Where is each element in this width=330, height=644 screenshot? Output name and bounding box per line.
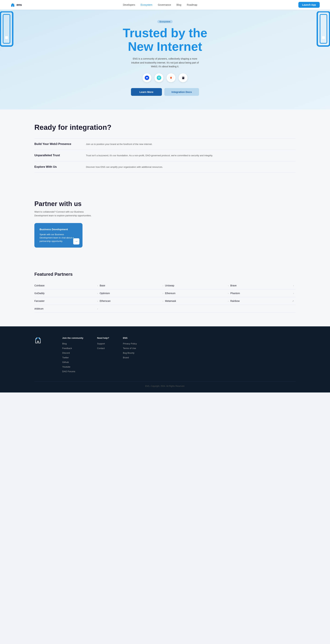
partner-phantom[interactable]: Phantom› [230, 290, 296, 297]
integration-section: Ready for integration? Build Your Web3 P… [0, 110, 330, 186]
footer-col-ens-links: Privacy Policy Terms of Use Bug Bounty B… [123, 342, 137, 359]
svg-rect-0 [0, 12, 13, 46]
partner-farcaster[interactable]: Farcaster› [34, 297, 100, 305]
integration-desc-2: Trust isn't a buzzword, it's our foundat… [86, 154, 213, 158]
footer-bottom: ENS, Copyright, 2024. All Rights Reserve… [34, 381, 296, 387]
svg-rect-5 [322, 36, 325, 39]
partner-base[interactable]: Base› [100, 282, 165, 290]
integration-rows: Build Your Web3 Presence Join us to posi… [34, 138, 296, 173]
nav-links: Developers Ecosystem Governance Blog Roa… [123, 3, 197, 6]
integration-docs-button[interactable]: Integration Docs [164, 88, 199, 96]
coinbase-icon [143, 73, 151, 82]
svg-rect-13 [183, 77, 184, 78]
integration-row-3: Explore With Us Discover how ENS can amp… [34, 161, 296, 173]
hero-buttons: Learn More Integration Docs [4, 88, 326, 96]
footer-logo [34, 337, 42, 374]
nav-governance[interactable]: Governance [158, 4, 171, 6]
footer-link-feedback[interactable]: Feedback [62, 347, 72, 350]
hero-subtitle: ENS is a community of pioneers, collecti… [131, 57, 199, 68]
footer-col-ens-heading: ENS [123, 337, 137, 339]
partner-etherscan[interactable]: Etherscan› [100, 297, 165, 305]
nav-blog[interactable]: Blog [177, 4, 181, 6]
svg-point-9 [159, 78, 160, 79]
footer-link-discord[interactable]: Discord [62, 352, 70, 354]
partner-section: Partner with us Want to collaborate? Con… [0, 186, 330, 261]
footer-col-community-heading: Join the community [62, 337, 83, 339]
partner-empty-1 [100, 305, 165, 313]
biz-dev-title: Business Development [40, 228, 77, 231]
partner-ethereum[interactable]: Ethereum› [165, 290, 230, 297]
hero-deco-right [314, 11, 330, 66]
hero-partner-icons [4, 73, 326, 82]
biz-dev-desc: Speak with our Business Development team… [40, 233, 77, 243]
svg-rect-7 [146, 77, 148, 78]
hero-section: Ecosystem Trusted by the New Internet EN… [0, 10, 330, 110]
partner-godaddy[interactable]: GoDaddy› [34, 290, 100, 297]
integration-title-1: Build Your Web3 Presence [34, 142, 79, 146]
featured-section: Featured Partners Coinbase› Base› Uniswa… [0, 261, 330, 326]
featured-heading: Featured Partners [34, 272, 296, 277]
footer-link-privacy[interactable]: Privacy Policy [123, 342, 137, 345]
footer-link-dao[interactable]: DAO Forums [62, 370, 75, 373]
integration-desc-3: Discover how ENS can amplify your organi… [86, 165, 163, 169]
footer-link-support[interactable]: Support [97, 342, 105, 345]
svg-rect-2 [5, 36, 8, 39]
partner-optimism[interactable]: Optimism› [100, 290, 165, 297]
footer-link-twitter[interactable]: Twitter [62, 356, 69, 359]
integration-heading: Ready for integration? [34, 123, 296, 132]
biz-dev-card[interactable]: Business Development Speak with our Busi… [34, 223, 83, 248]
integration-desc-1: Join us to position your brand at the fo… [86, 142, 152, 146]
launch-app-button[interactable]: Launch App [298, 2, 320, 8]
nav-developers[interactable]: Developers [123, 4, 135, 6]
partner-coinbase[interactable]: Coinbase› [34, 282, 100, 290]
partner-empty-3 [230, 305, 296, 313]
partners-grid: Coinbase› Base› Uniswap› Brave› GoDaddy›… [34, 282, 296, 313]
logo[interactable]: ens [10, 2, 22, 7]
copyright-text: ENS, Copyright, 2024. All Rights Reserve… [145, 385, 185, 387]
footer-col-community: Join the community Blog Feedback Discord… [62, 337, 83, 374]
svg-point-8 [157, 76, 161, 80]
integration-title-3: Explore With Us [34, 165, 79, 168]
svg-rect-14 [183, 78, 183, 78]
footer-link-blog[interactable]: Blog [62, 342, 67, 345]
footer-link-bugbounty[interactable]: Bug Bounty [123, 352, 134, 354]
partner-heading: Partner with us [34, 200, 296, 208]
integration-row-2: Unparalleled Trust Trust isn't a buzzwor… [34, 150, 296, 161]
footer: Join the community Blog Feedback Discord… [0, 326, 330, 392]
footer-link-github[interactable]: Github [62, 361, 69, 364]
footer-link-brand[interactable]: Brand [123, 356, 129, 359]
unstoppable-icon [155, 73, 163, 82]
partner-rainbow[interactable]: Rainbow↗ [230, 297, 296, 305]
footer-col-ens: ENS Privacy Policy Terms of Use Bug Boun… [123, 337, 137, 374]
partner-subtitle: Want to collaborate? Connect with our Bu… [34, 210, 93, 217]
partner-uniswap[interactable]: Uniswap› [165, 282, 230, 290]
navbar: ens Developers Ecosystem Governance Blog… [0, 0, 330, 10]
footer-top: Join the community Blog Feedback Discord… [34, 337, 296, 374]
partner-arbitrum[interactable]: Arbitrum› [34, 305, 100, 313]
footer-col-help-heading: Need help? [97, 337, 109, 339]
footer-col-help: Need help? Support Contact [97, 337, 109, 374]
brave-icon [167, 73, 175, 82]
learn-more-button[interactable]: Learn More [131, 88, 162, 96]
integration-title-2: Unparalleled Trust [34, 154, 79, 157]
footer-col-help-links: Support Contact [97, 342, 109, 350]
footer-link-contact[interactable]: Contact [97, 347, 105, 350]
footer-link-terms[interactable]: Terms of Use [123, 347, 136, 350]
hero-title: Trusted by the New Internet [98, 26, 232, 54]
nav-ecosystem[interactable]: Ecosystem [141, 4, 152, 6]
hero-content: Ecosystem Trusted by the New Internet EN… [4, 20, 326, 96]
hero-deco-left [0, 11, 16, 66]
partner-brave[interactable]: Brave› [230, 282, 296, 290]
svg-rect-3 [317, 12, 330, 46]
notion-icon [179, 73, 187, 82]
footer-col-community-links: Blog Feedback Discord Twitter Github You… [62, 342, 83, 373]
integration-row-1: Build Your Web3 Presence Join us to posi… [34, 138, 296, 150]
footer-link-youtube[interactable]: Youtube [62, 366, 70, 368]
partner-empty-2 [165, 305, 230, 313]
biz-dev-arrow-icon: → [73, 238, 79, 244]
ecosystem-badge: Ecosystem [157, 20, 173, 23]
partner-metamask[interactable]: Metamask› [165, 297, 230, 305]
nav-roadmap[interactable]: Roadmap [187, 4, 197, 6]
